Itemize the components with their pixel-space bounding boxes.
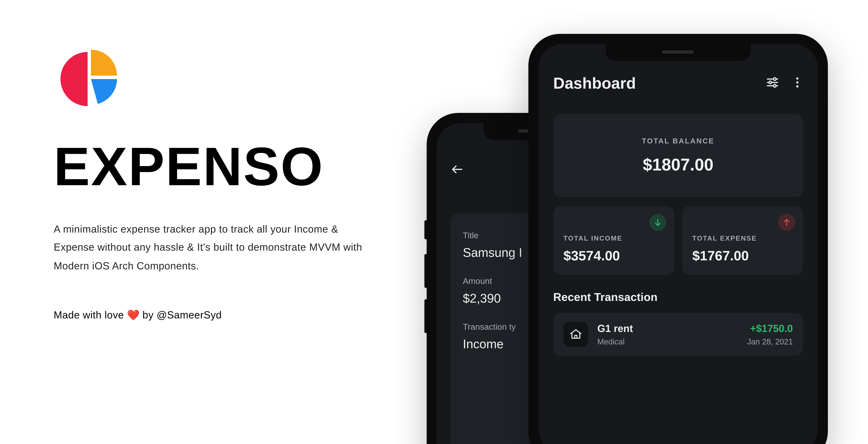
arrow-up-icon [778,214,795,231]
svg-point-8 [796,85,799,88]
overflow-menu-icon[interactable] [792,76,803,92]
transaction-date: Jan 28, 2021 [747,337,793,346]
app-title: EXPENSO [54,135,393,198]
marketing-panel: EXPENSO A minimalistic expense tracker a… [54,45,393,321]
app-logo [54,45,122,113]
settings-sliders-icon[interactable] [766,76,779,92]
balance-label: TOTAL BALANCE [564,137,792,145]
credit-line: Made with love ❤️ by @SameerSyd [54,309,393,321]
app-description: A minimalistic expense tracker app to tr… [54,220,370,275]
svg-point-5 [773,84,776,87]
svg-point-7 [796,81,799,83]
expense-label: TOTAL EXPENSE [692,234,793,242]
phone-mock-front: Dashboard [528,34,828,444]
income-card[interactable]: TOTAL INCOME $3574.00 [553,206,674,275]
transaction-amount: +$1750.0 [747,322,793,334]
expense-amount: $1767.00 [692,248,793,264]
page-title: Dashboard [553,75,636,93]
balance-amount: $1807.00 [564,155,792,174]
expense-card[interactable]: TOTAL EXPENSE $1767.00 [682,206,803,275]
income-amount: $3574.00 [563,248,664,264]
svg-rect-9 [575,335,577,338]
transaction-category: Medical [597,337,738,346]
arrow-down-icon [649,214,666,231]
balance-card: TOTAL BALANCE $1807.00 [553,114,803,197]
svg-point-4 [769,81,772,84]
app-header: Dashboard [553,75,803,93]
transaction-title: G1 rent [597,322,738,334]
transaction-row[interactable]: G1 rent Medical +$1750.0 Jan 28, 2021 [553,313,803,355]
recent-transactions-label: Recent Transaction [553,291,803,304]
house-icon [563,322,588,346]
income-label: TOTAL INCOME [563,234,664,242]
svg-point-3 [773,78,776,80]
svg-point-6 [796,77,799,79]
